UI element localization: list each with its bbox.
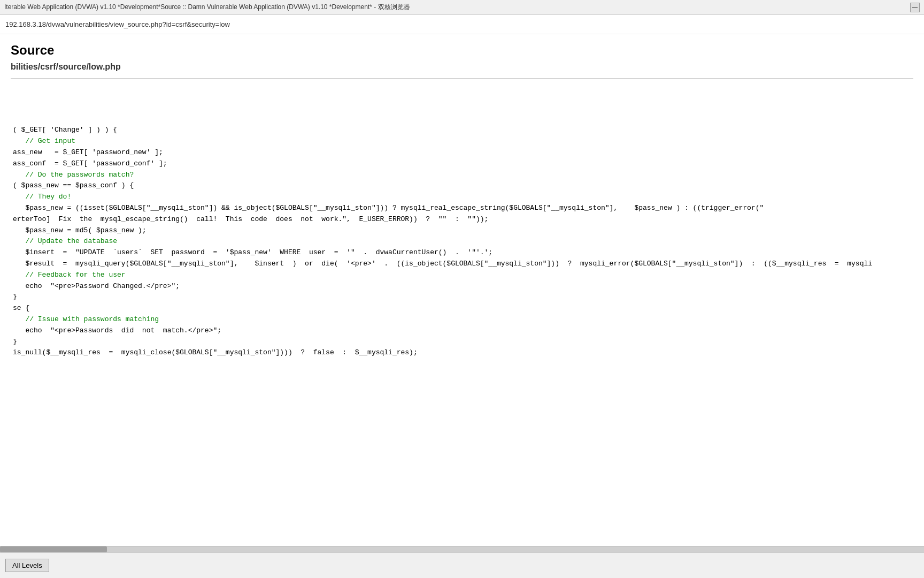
code-line: // Feedback for the user: [11, 270, 913, 281]
code-line: }: [11, 292, 913, 303]
code-line: $result = mysqli_query($GLOBALS["__mysql…: [11, 258, 913, 270]
file-path: bilities/csrf/source/low.php: [11, 62, 913, 72]
page-title: Source: [11, 43, 913, 58]
title-bar-text: Iterable Web Application (DVWA) v1.10 *D…: [4, 3, 410, 12]
code-line: se {: [11, 303, 913, 314]
address-bar: 192.168.3.18/dvwa/vulnerabilities/view_s…: [0, 15, 924, 34]
code-line: $insert = "UPDATE `users` SET password =…: [11, 247, 913, 258]
address-url[interactable]: 192.168.3.18/dvwa/vulnerabilities/view_s…: [5, 20, 230, 28]
title-bar: Iterable Web Application (DVWA) v1.10 *D…: [0, 0, 924, 15]
code-line: ass_new = $_GET[ 'password_new' ];: [11, 147, 913, 158]
code-line: ass_conf = $_GET[ 'password_conf' ];: [11, 158, 913, 170]
code-line: is_null($__mysqli_res = mysqli_close($GL…: [11, 347, 913, 359]
code-line: // Do the passwords match?: [11, 170, 913, 181]
code-container: ( $_GET[ 'Change' ] ) ) { // Get inputas…: [11, 87, 913, 363]
divider: [11, 78, 913, 79]
code-line: // Get input: [11, 136, 913, 147]
main-content: Source bilities/csrf/source/low.php ( $_…: [0, 34, 924, 371]
code-line: $pass_new = md5( $pass_new );: [11, 225, 913, 237]
code-line: erterToo] Fix the mysql_escape_string() …: [11, 214, 913, 225]
code-line: echo "<pre>Password Changed.</pre>";: [11, 281, 913, 292]
code-line: // Update the database: [11, 236, 913, 247]
title-bar-controls: —: [910, 3, 920, 12]
horizontal-scrollbar[interactable]: [0, 546, 924, 552]
code-line: $pass_new = ((isset($GLOBALS["__mysqli_s…: [11, 203, 913, 214]
code-line: // Issue with passwords matching: [11, 314, 913, 325]
all-levels-button[interactable]: All Levels: [5, 559, 49, 572]
code-line: }: [11, 337, 913, 348]
code-line: ( $pass_new == $pass_conf ) {: [11, 180, 913, 192]
scrollbar-thumb[interactable]: [0, 546, 107, 552]
code-line: // They do!: [11, 192, 913, 203]
bottom-bar: All Levels: [0, 552, 924, 578]
minimize-button[interactable]: —: [910, 3, 920, 12]
code-line: ( $_GET[ 'Change' ] ) ) {: [11, 125, 913, 136]
code-line: echo "<pre>Passwords did not match.</pre…: [11, 325, 913, 337]
